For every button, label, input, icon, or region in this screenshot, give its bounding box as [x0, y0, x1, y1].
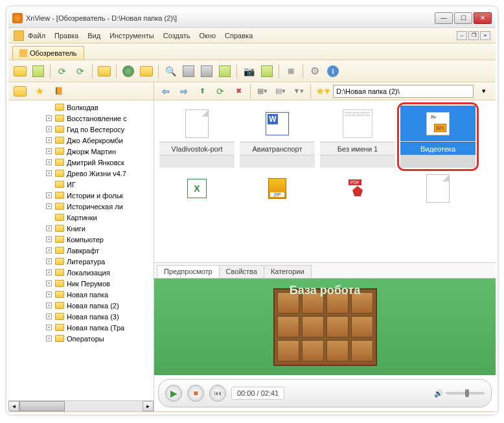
tree-item[interactable]: +Дмитрий Янковск	[8, 157, 154, 168]
scroll-right-button[interactable]: ►	[143, 401, 154, 411]
tab-preview[interactable]: Предпросмотр	[157, 265, 220, 278]
open-button[interactable]	[12, 63, 28, 79]
filter-button[interactable]: ▼▾	[291, 84, 306, 99]
expand-icon[interactable]: +	[46, 236, 52, 242]
expand-icon[interactable]: +	[46, 314, 52, 319]
expand-icon[interactable]: +	[46, 247, 52, 253]
refresh2-button[interactable]: ⟳	[73, 63, 88, 79]
pic1-button[interactable]	[217, 63, 233, 79]
refresh-button[interactable]: ⟳	[54, 63, 70, 79]
tab-categories[interactable]: Категории	[264, 265, 312, 278]
expand-icon[interactable]: +	[46, 258, 52, 264]
menu-create[interactable]: Создать	[163, 32, 190, 40]
tree-item[interactable]: +Лавкрафт	[8, 245, 154, 256]
thumbnail-item[interactable]: Vladivostok-port	[159, 106, 235, 168]
minimize-button[interactable]: —	[435, 12, 453, 24]
thumbnail-item[interactable]: Видеотека	[400, 106, 475, 168]
tree-item[interactable]: +Компьютер	[8, 234, 154, 245]
camera-button[interactable]: 📷	[241, 63, 257, 79]
tree-item[interactable]: +Джорж Мартин	[8, 146, 154, 157]
nav-stop-button[interactable]: ✖	[231, 84, 246, 99]
mdi-close-button[interactable]: ×	[480, 31, 490, 40]
print-button[interactable]	[181, 63, 196, 79]
action1-button[interactable]	[97, 63, 112, 79]
layout-button[interactable]: ▦	[283, 63, 299, 79]
path-input[interactable]: D:\Новая папка (2)\	[333, 85, 474, 98]
menu-tools[interactable]: Инструменты	[109, 32, 154, 40]
play-button[interactable]: ▶	[165, 385, 182, 402]
tree-item[interactable]: +Древо Жизни v4.7	[8, 168, 154, 179]
volume-slider[interactable]	[446, 392, 485, 394]
tab-browser[interactable]: Обозреватель	[12, 46, 84, 60]
tree-item[interactable]: Картинки	[8, 212, 154, 223]
globe-button[interactable]	[120, 63, 136, 79]
tree-item[interactable]: +Новая папка (Тра	[8, 322, 154, 333]
tree-item[interactable]: +Истории и фольк	[8, 190, 154, 201]
expand-icon[interactable]: +	[46, 159, 52, 165]
search-button[interactable]: 🔍	[163, 63, 178, 79]
image-button[interactable]	[30, 63, 46, 79]
thumbnail-item[interactable]	[240, 173, 315, 204]
expand-icon[interactable]: +	[46, 280, 52, 286]
fav-add-button[interactable]: ★▾	[315, 84, 330, 99]
thumbnail-grid[interactable]: Vladivostok-portАвиатранспортLorem ipsum…	[154, 100, 496, 262]
tree-item[interactable]: +Гид по Вестеросу	[8, 124, 154, 135]
export-button[interactable]	[139, 63, 154, 79]
expand-icon[interactable]: +	[46, 115, 52, 121]
tree-item[interactable]: Волкодав	[8, 102, 154, 113]
tree-item[interactable]: +Операторы	[8, 333, 154, 344]
tree-item[interactable]: +Книги	[8, 223, 154, 234]
nav-back-button[interactable]: ⇦	[158, 84, 174, 99]
expand-icon[interactable]: +	[46, 137, 52, 143]
nav-fwd-button[interactable]: ⇨	[176, 84, 192, 99]
catalog-button[interactable]: 📙	[51, 84, 67, 99]
tree-item[interactable]: +Историческая ли	[8, 201, 154, 212]
menu-help[interactable]: Справка	[225, 32, 253, 40]
tree-item[interactable]: +Ник Перумов	[8, 278, 154, 289]
scroll-left-button[interactable]: ◄	[8, 401, 19, 411]
menu-edit[interactable]: Правка	[54, 32, 78, 40]
tree-item[interactable]: +Джо Аберкромби	[8, 135, 154, 146]
mdi-minimize-button[interactable]: –	[457, 31, 467, 40]
expand-icon[interactable]: +	[46, 303, 52, 308]
expand-icon[interactable]: +	[46, 225, 52, 231]
thumbnail-item[interactable]	[320, 173, 395, 204]
thumbnail-item[interactable]	[159, 173, 235, 204]
view-mode-button[interactable]: ▦▾	[255, 84, 270, 99]
tree-hscrollbar[interactable]: ◄ ►	[8, 400, 154, 411]
expand-icon[interactable]: +	[46, 269, 52, 275]
print2-button[interactable]	[199, 63, 214, 79]
favorites-button[interactable]: ★	[32, 84, 47, 99]
menu-window[interactable]: Окно	[200, 32, 216, 40]
path-dropdown-button[interactable]: ▾	[476, 84, 492, 99]
tree-item[interactable]: +Новая папка	[8, 289, 154, 300]
menu-view[interactable]: Вид	[87, 32, 100, 40]
tab-properties[interactable]: Свойства	[219, 265, 264, 278]
skip-button[interactable]: ⏮	[209, 385, 226, 402]
tree-item[interactable]: +Восстановление с	[8, 113, 154, 124]
tree-folder-button[interactable]	[12, 84, 28, 99]
thumbnail-item[interactable]	[400, 173, 475, 204]
info-button[interactable]: i	[325, 63, 341, 79]
nav-refresh-button[interactable]: ⟳	[212, 84, 228, 99]
tree-item[interactable]: +Новая папка (3)	[8, 311, 154, 322]
maximize-button[interactable]: ☐	[454, 12, 472, 24]
expand-icon[interactable]: +	[46, 192, 52, 198]
folder-tree[interactable]: Волкодав+Восстановление с+Гид по Вестеро…	[8, 100, 154, 411]
tree-item[interactable]: +Новая папка (2)	[8, 300, 154, 311]
expand-icon[interactable]: +	[46, 126, 52, 132]
volume-icon[interactable]: 🔊	[434, 389, 443, 398]
stop-button[interactable]: ■	[187, 385, 204, 402]
thumbnail-item[interactable]: Авиатранспорт	[240, 106, 315, 168]
mdi-restore-button[interactable]: ❐	[468, 31, 479, 40]
close-button[interactable]: ✕	[474, 12, 492, 24]
scroll-thumb[interactable]	[19, 401, 65, 411]
tree-item[interactable]: +Локализация	[8, 267, 154, 278]
expand-icon[interactable]: +	[46, 325, 52, 330]
menu-file[interactable]: Файл	[28, 32, 45, 40]
sort-button[interactable]: ▤▾	[273, 84, 288, 99]
tree-item[interactable]: ИГ	[8, 179, 154, 190]
expand-icon[interactable]: +	[46, 336, 52, 341]
pic2-button[interactable]	[259, 63, 275, 79]
tree-item[interactable]: +Литература	[8, 256, 154, 267]
